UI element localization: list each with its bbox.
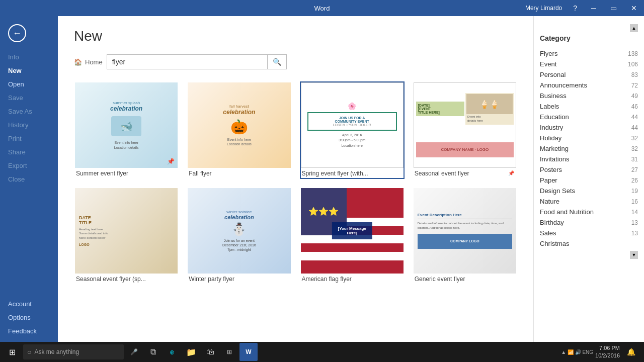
category-item[interactable]: Design Sets19 [540,186,638,196]
sidebar: ← Info New Open Save Save As History Pri… [0,16,58,342]
apps-button[interactable]: ⊞ [220,343,238,361]
minimize-button[interactable]: ─ [588,3,599,13]
category-item[interactable]: Food and Nutrition14 [540,207,638,217]
category-count: 106 [628,61,638,68]
template-label: Seasonal event flyer [414,168,470,178]
sidebar-item-history[interactable]: History [0,118,58,132]
search-button[interactable]: 🔍 [268,54,287,69]
category-item[interactable]: Invitations31 [540,154,638,164]
category-item[interactable]: Business49 [540,90,638,101]
template-card[interactable]: Event Description Here Details and infor… [413,187,517,285]
task-view-button[interactable]: ⧉ [144,343,162,361]
template-card[interactable]: summer splash celebration 🐋 Event info h… [74,81,179,179]
category-count: 44 [631,114,638,121]
template-card[interactable]: fall harvest celebration 🎃 Event info he… [187,81,291,179]
template-thumbnail: DATETITLE Heading text hereSome details … [75,188,178,274]
category-panel: ▲ Category Flyers138Event106Personal83An… [533,16,644,342]
category-count: 14 [631,209,638,216]
category-title: Category [540,34,638,42]
category-item[interactable]: Labels46 [540,101,638,112]
category-count: 32 [631,135,638,142]
sidebar-item-info[interactable]: Info [0,50,58,64]
template-card[interactable]: winter solstice celebration ⛄ Join us fo… [187,187,291,285]
category-count: 32 [631,145,638,152]
category-count: 19 [631,188,638,195]
sidebar-item-close[interactable]: Close [0,172,58,186]
sidebar-item-options[interactable]: Options [0,311,58,324]
category-item[interactable]: Announcements72 [540,80,638,90]
sidebar-item-open[interactable]: Open [0,77,58,91]
category-count: 16 [631,198,638,205]
template-card[interactable]: 🌸 JOIN US FOR ACOMMUNITY EVENTLOREM IPSU… [300,81,405,179]
category-item[interactable]: Nature16 [540,196,638,207]
mic-button[interactable]: 🎤 [125,343,143,361]
template-card[interactable]: ⭐⭐⭐ [Your MessageHere] American flag fly… [300,187,405,285]
help-button[interactable]: ? [570,3,580,13]
store-button[interactable]: 🛍 [201,343,219,361]
category-item[interactable]: Holiday32 [540,133,638,143]
word-button[interactable]: W [239,343,258,361]
template-thumbnail: fall harvest celebration 🎃 Event info he… [188,82,290,168]
template-label: Seasonal event flyer (sp... [75,274,178,284]
taskbar-search[interactable]: ○ Ask me anything [23,344,124,359]
sidebar-item-share[interactable]: Share [0,145,58,159]
home-button[interactable]: 🏠 Home [74,58,107,66]
start-button[interactable]: ⊞ [2,342,22,362]
category-item[interactable]: Marketing32 [540,143,638,154]
close-button[interactable]: ✕ [628,3,640,13]
time-display: 7:06 PM [595,344,620,352]
template-thumbnail: ⭐⭐⭐ [Your MessageHere] [301,188,404,274]
category-item[interactable]: Birthday13 [540,217,638,228]
back-button[interactable]: ← [8,24,26,42]
template-thumbnail: winter solstice celebration ⛄ Join us fo… [188,188,290,274]
category-item[interactable]: Sales13 [540,228,638,238]
category-item[interactable]: Education44 [540,112,638,122]
category-item[interactable]: Posters27 [540,164,638,175]
category-label: Paper [540,176,557,184]
app-name: Word [314,5,330,12]
maximize-button[interactable]: ▭ [607,3,620,13]
template-card[interactable]: [DATE][EVENTTITLE HERE] 🍦🍦 Event infodet… [413,81,517,179]
category-item[interactable]: Personal83 [540,69,638,80]
home-icon: 🏠 [74,58,82,66]
main-content: New 🏠 Home 🔍 summer splash celebration 🐋 [58,16,533,342]
pin-icon: 📌 [167,158,175,165]
sidebar-item-save-as[interactable]: Save As [0,105,58,118]
category-count: 31 [631,156,638,163]
category-count: 72 [631,82,638,89]
edge-button[interactable]: e [163,343,181,361]
template-label: Fall flyer [188,168,290,178]
category-label: Birthday [540,219,564,226]
sidebar-item-export[interactable]: Export [0,159,58,172]
sidebar-item-feedback[interactable]: Feedback [0,324,58,338]
sidebar-bottom: Account Options Feedback [0,297,58,342]
taskbar: ⊞ ○ Ask me anything 🎤 ⧉ e 📁 🛍 ⊞ W ▲ 📶 🔊 … [0,342,644,362]
category-item[interactable]: Flyers138 [540,48,638,59]
sidebar-back: ← [0,16,58,46]
scroll-down-button[interactable]: ▼ [630,251,638,259]
sidebar-item-new[interactable]: New [0,64,58,77]
category-count: 44 [631,124,638,131]
sidebar-item-print[interactable]: Print [0,132,58,145]
category-item[interactable]: Event106 [540,59,638,69]
category-label: Personal [540,71,566,78]
category-item[interactable]: Paper26 [540,175,638,186]
app-body: ← Info New Open Save Save As History Pri… [0,16,644,342]
sidebar-item-save[interactable]: Save [0,91,58,105]
category-item[interactable]: Christmas [540,238,638,249]
pin-icon: 📌 [506,169,516,177]
category-count: 138 [628,50,638,57]
folder-button[interactable]: 📁 [182,343,200,361]
sidebar-nav: Info New Open Save Save As History Print… [0,50,58,297]
category-count: 26 [631,177,638,184]
search-input[interactable] [107,54,268,69]
category-count: 49 [631,93,638,100]
category-label: Holiday [540,134,561,142]
scroll-up-button[interactable]: ▲ [630,24,638,32]
notification-button[interactable]: 🔔 [622,343,640,361]
template-card[interactable]: DATETITLE Heading text hereSome details … [74,187,179,285]
sidebar-item-account[interactable]: Account [0,297,58,311]
category-item[interactable]: Industry44 [540,122,638,133]
category-label: Food and Nutrition [540,208,594,216]
date-display: 10/2/2016 [595,352,620,359]
